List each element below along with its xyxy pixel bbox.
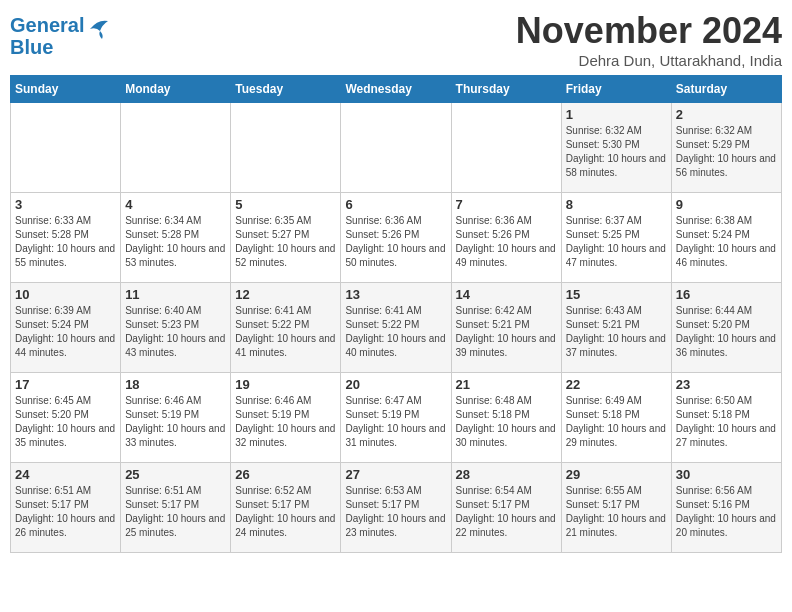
page-header: General Blue November 2024 Dehra Dun, Ut… xyxy=(10,10,782,69)
day-number: 13 xyxy=(345,287,446,302)
day-number: 1 xyxy=(566,107,667,122)
calendar-week-row: 24Sunrise: 6:51 AM Sunset: 5:17 PM Dayli… xyxy=(11,463,782,553)
calendar-cell xyxy=(121,103,231,193)
calendar-cell: 23Sunrise: 6:50 AM Sunset: 5:18 PM Dayli… xyxy=(671,373,781,463)
day-number: 14 xyxy=(456,287,557,302)
calendar-cell xyxy=(231,103,341,193)
calendar-cell: 1Sunrise: 6:32 AM Sunset: 5:30 PM Daylig… xyxy=(561,103,671,193)
day-number: 6 xyxy=(345,197,446,212)
day-info: Sunrise: 6:32 AM Sunset: 5:30 PM Dayligh… xyxy=(566,124,667,180)
calendar-cell: 13Sunrise: 6:41 AM Sunset: 5:22 PM Dayli… xyxy=(341,283,451,373)
calendar-cell: 12Sunrise: 6:41 AM Sunset: 5:22 PM Dayli… xyxy=(231,283,341,373)
calendar-cell: 30Sunrise: 6:56 AM Sunset: 5:16 PM Dayli… xyxy=(671,463,781,553)
day-number: 27 xyxy=(345,467,446,482)
logo-text-general: General xyxy=(10,14,84,36)
calendar-cell xyxy=(341,103,451,193)
day-info: Sunrise: 6:46 AM Sunset: 5:19 PM Dayligh… xyxy=(125,394,226,450)
header-row: SundayMondayTuesdayWednesdayThursdayFrid… xyxy=(11,76,782,103)
day-of-week-header: Friday xyxy=(561,76,671,103)
calendar-cell: 9Sunrise: 6:38 AM Sunset: 5:24 PM Daylig… xyxy=(671,193,781,283)
day-info: Sunrise: 6:44 AM Sunset: 5:20 PM Dayligh… xyxy=(676,304,777,360)
day-number: 10 xyxy=(15,287,116,302)
day-number: 28 xyxy=(456,467,557,482)
calendar-cell xyxy=(11,103,121,193)
day-info: Sunrise: 6:56 AM Sunset: 5:16 PM Dayligh… xyxy=(676,484,777,540)
day-number: 11 xyxy=(125,287,226,302)
day-of-week-header: Monday xyxy=(121,76,231,103)
calendar-cell: 3Sunrise: 6:33 AM Sunset: 5:28 PM Daylig… xyxy=(11,193,121,283)
day-info: Sunrise: 6:54 AM Sunset: 5:17 PM Dayligh… xyxy=(456,484,557,540)
calendar-week-row: 10Sunrise: 6:39 AM Sunset: 5:24 PM Dayli… xyxy=(11,283,782,373)
day-info: Sunrise: 6:38 AM Sunset: 5:24 PM Dayligh… xyxy=(676,214,777,270)
day-number: 17 xyxy=(15,377,116,392)
day-info: Sunrise: 6:43 AM Sunset: 5:21 PM Dayligh… xyxy=(566,304,667,360)
day-info: Sunrise: 6:53 AM Sunset: 5:17 PM Dayligh… xyxy=(345,484,446,540)
calendar-cell xyxy=(451,103,561,193)
calendar-cell: 29Sunrise: 6:55 AM Sunset: 5:17 PM Dayli… xyxy=(561,463,671,553)
calendar-cell: 24Sunrise: 6:51 AM Sunset: 5:17 PM Dayli… xyxy=(11,463,121,553)
calendar-cell: 11Sunrise: 6:40 AM Sunset: 5:23 PM Dayli… xyxy=(121,283,231,373)
day-info: Sunrise: 6:41 AM Sunset: 5:22 PM Dayligh… xyxy=(235,304,336,360)
day-number: 12 xyxy=(235,287,336,302)
calendar-cell: 14Sunrise: 6:42 AM Sunset: 5:21 PM Dayli… xyxy=(451,283,561,373)
calendar-header: SundayMondayTuesdayWednesdayThursdayFrid… xyxy=(11,76,782,103)
logo: General Blue xyxy=(10,14,110,58)
day-number: 8 xyxy=(566,197,667,212)
day-of-week-header: Thursday xyxy=(451,76,561,103)
calendar-cell: 18Sunrise: 6:46 AM Sunset: 5:19 PM Dayli… xyxy=(121,373,231,463)
day-info: Sunrise: 6:32 AM Sunset: 5:29 PM Dayligh… xyxy=(676,124,777,180)
calendar-cell: 7Sunrise: 6:36 AM Sunset: 5:26 PM Daylig… xyxy=(451,193,561,283)
calendar-cell: 17Sunrise: 6:45 AM Sunset: 5:20 PM Dayli… xyxy=(11,373,121,463)
day-number: 2 xyxy=(676,107,777,122)
day-number: 4 xyxy=(125,197,226,212)
day-number: 16 xyxy=(676,287,777,302)
month-title: November 2024 xyxy=(516,10,782,52)
day-number: 20 xyxy=(345,377,446,392)
day-info: Sunrise: 6:51 AM Sunset: 5:17 PM Dayligh… xyxy=(15,484,116,540)
day-of-week-header: Wednesday xyxy=(341,76,451,103)
day-info: Sunrise: 6:51 AM Sunset: 5:17 PM Dayligh… xyxy=(125,484,226,540)
logo-bird-icon xyxy=(80,15,110,43)
day-info: Sunrise: 6:55 AM Sunset: 5:17 PM Dayligh… xyxy=(566,484,667,540)
calendar-cell: 28Sunrise: 6:54 AM Sunset: 5:17 PM Dayli… xyxy=(451,463,561,553)
day-number: 15 xyxy=(566,287,667,302)
calendar-cell: 19Sunrise: 6:46 AM Sunset: 5:19 PM Dayli… xyxy=(231,373,341,463)
calendar-cell: 10Sunrise: 6:39 AM Sunset: 5:24 PM Dayli… xyxy=(11,283,121,373)
calendar-week-row: 17Sunrise: 6:45 AM Sunset: 5:20 PM Dayli… xyxy=(11,373,782,463)
calendar-cell: 5Sunrise: 6:35 AM Sunset: 5:27 PM Daylig… xyxy=(231,193,341,283)
day-number: 24 xyxy=(15,467,116,482)
day-number: 3 xyxy=(15,197,116,212)
day-info: Sunrise: 6:36 AM Sunset: 5:26 PM Dayligh… xyxy=(345,214,446,270)
title-area: November 2024 Dehra Dun, Uttarakhand, In… xyxy=(516,10,782,69)
day-info: Sunrise: 6:39 AM Sunset: 5:24 PM Dayligh… xyxy=(15,304,116,360)
calendar-cell: 8Sunrise: 6:37 AM Sunset: 5:25 PM Daylig… xyxy=(561,193,671,283)
day-of-week-header: Tuesday xyxy=(231,76,341,103)
calendar-cell: 15Sunrise: 6:43 AM Sunset: 5:21 PM Dayli… xyxy=(561,283,671,373)
day-number: 9 xyxy=(676,197,777,212)
day-info: Sunrise: 6:33 AM Sunset: 5:28 PM Dayligh… xyxy=(15,214,116,270)
calendar-cell: 4Sunrise: 6:34 AM Sunset: 5:28 PM Daylig… xyxy=(121,193,231,283)
day-info: Sunrise: 6:42 AM Sunset: 5:21 PM Dayligh… xyxy=(456,304,557,360)
calendar-week-row: 3Sunrise: 6:33 AM Sunset: 5:28 PM Daylig… xyxy=(11,193,782,283)
calendar-cell: 27Sunrise: 6:53 AM Sunset: 5:17 PM Dayli… xyxy=(341,463,451,553)
calendar-cell: 2Sunrise: 6:32 AM Sunset: 5:29 PM Daylig… xyxy=(671,103,781,193)
calendar-cell: 21Sunrise: 6:48 AM Sunset: 5:18 PM Dayli… xyxy=(451,373,561,463)
day-info: Sunrise: 6:52 AM Sunset: 5:17 PM Dayligh… xyxy=(235,484,336,540)
calendar-cell: 26Sunrise: 6:52 AM Sunset: 5:17 PM Dayli… xyxy=(231,463,341,553)
day-info: Sunrise: 6:47 AM Sunset: 5:19 PM Dayligh… xyxy=(345,394,446,450)
logo-text-blue: Blue xyxy=(10,36,53,58)
subtitle: Dehra Dun, Uttarakhand, India xyxy=(516,52,782,69)
day-number: 18 xyxy=(125,377,226,392)
day-number: 7 xyxy=(456,197,557,212)
day-info: Sunrise: 6:34 AM Sunset: 5:28 PM Dayligh… xyxy=(125,214,226,270)
day-info: Sunrise: 6:41 AM Sunset: 5:22 PM Dayligh… xyxy=(345,304,446,360)
calendar-cell: 6Sunrise: 6:36 AM Sunset: 5:26 PM Daylig… xyxy=(341,193,451,283)
day-info: Sunrise: 6:45 AM Sunset: 5:20 PM Dayligh… xyxy=(15,394,116,450)
calendar-cell: 22Sunrise: 6:49 AM Sunset: 5:18 PM Dayli… xyxy=(561,373,671,463)
day-number: 23 xyxy=(676,377,777,392)
day-info: Sunrise: 6:46 AM Sunset: 5:19 PM Dayligh… xyxy=(235,394,336,450)
day-info: Sunrise: 6:37 AM Sunset: 5:25 PM Dayligh… xyxy=(566,214,667,270)
day-of-week-header: Saturday xyxy=(671,76,781,103)
day-info: Sunrise: 6:35 AM Sunset: 5:27 PM Dayligh… xyxy=(235,214,336,270)
day-info: Sunrise: 6:48 AM Sunset: 5:18 PM Dayligh… xyxy=(456,394,557,450)
